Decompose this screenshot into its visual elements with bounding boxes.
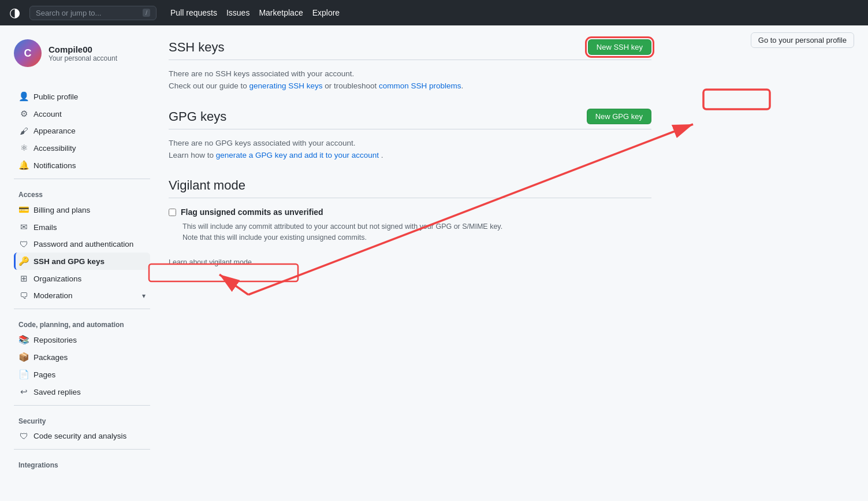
- credit-card-icon: 💳: [18, 205, 29, 215]
- gpg-section: GPG keys New GPG key There are no GPG ke…: [169, 109, 651, 159]
- sidebar-section-integrations: Integrations: [14, 454, 150, 472]
- vigilant-checkbox-row: Flag unsigned commits as unverified: [169, 207, 651, 217]
- sidebar-label-appearance: Appearance: [33, 127, 76, 135]
- sidebar-label-account: Account: [33, 110, 62, 118]
- vigilant-section-header: Vigilant mode: [169, 178, 651, 198]
- sidebar-nav: 👤 Public profile ⚙ Account 🖌 Appearance …: [14, 88, 150, 472]
- avatar: C: [14, 39, 42, 67]
- gpg-learn-suffix: .: [379, 151, 383, 159]
- moderation-icon: 🗨: [18, 291, 29, 300]
- sidebar-item-pages[interactable]: 📄 Pages: [14, 366, 150, 383]
- sidebar-label-saved-replies: Saved replies: [33, 388, 81, 396]
- ssh-section: SSH keys New SSH key There are no SSH ke…: [169, 39, 651, 90]
- navbar-pull-requests[interactable]: Pull requests: [170, 8, 217, 17]
- navbar: ◑ Search or jump to... / Pull requests I…: [0, 0, 868, 25]
- learn-vigilant-mode-link[interactable]: Learn about vigilant mode.: [169, 257, 651, 268]
- sidebar-label-accessibility: Accessibility: [33, 144, 76, 153]
- mail-icon: ✉: [18, 222, 29, 232]
- sidebar-label-password: Password and authentication: [33, 240, 133, 248]
- gpg-learn-text: Learn how to generate a GPG key and add …: [169, 151, 651, 159]
- navbar-issues[interactable]: Issues: [226, 8, 249, 17]
- org-icon: ⊞: [18, 273, 29, 284]
- sidebar-item-packages[interactable]: 📦 Packages: [14, 348, 150, 366]
- accessibility-icon: ⚛: [18, 143, 29, 153]
- sidebar-username: Compile00: [49, 44, 117, 54]
- reply-icon: ↩: [18, 387, 29, 397]
- sidebar-section-security: Security: [14, 410, 150, 428]
- top-right-area: Go to your personal profile: [751, 32, 854, 48]
- navbar-marketplace[interactable]: Marketplace: [259, 8, 303, 17]
- ssh-guide-text: Check out our guide to generating SSH ke…: [169, 81, 651, 90]
- sidebar-item-password[interactable]: 🛡 Password and authentication: [14, 236, 150, 253]
- sidebar-item-account[interactable]: ⚙ Account: [14, 105, 150, 123]
- go-to-profile-button[interactable]: Go to your personal profile: [751, 32, 854, 48]
- vigilant-section: Vigilant mode Flag unsigned commits as u…: [169, 178, 651, 268]
- ssh-guide-mid: or troubleshoot: [322, 81, 379, 90]
- new-gpg-key-button[interactable]: New GPG key: [587, 109, 651, 124]
- sidebar-item-repositories[interactable]: 📚 Repositories: [14, 331, 150, 348]
- ssh-section-title: SSH keys: [169, 40, 225, 55]
- vigilant-desc-line1: This will include any commit attributed …: [182, 221, 651, 232]
- search-bar[interactable]: Search or jump to... /: [29, 6, 157, 20]
- package-icon: 📦: [18, 352, 29, 362]
- sidebar-label-public-profile: Public profile: [33, 92, 78, 101]
- main-content: SSH keys New SSH key There are no SSH ke…: [150, 25, 670, 501]
- sidebar-item-saved-replies[interactable]: ↩ Saved replies: [14, 383, 150, 400]
- new-ssh-key-button[interactable]: New SSH key: [588, 39, 651, 55]
- bell-icon: 🔔: [18, 160, 29, 170]
- sidebar-section-code: Code, planning, and automation: [14, 314, 150, 331]
- sidebar-label-organizations: Organizations: [33, 274, 81, 283]
- sidebar-label-ssh-gpg: SSH and GPG keys: [33, 257, 105, 266]
- gpg-learn-link[interactable]: generate a GPG key and add it to your ac…: [216, 151, 379, 159]
- sidebar-item-ssh-gpg[interactable]: 🔑 SSH and GPG keys: [14, 253, 150, 270]
- ssh-guide-suffix: .: [461, 81, 464, 90]
- sidebar-item-code-security[interactable]: 🛡 Code security and analysis: [14, 428, 150, 444]
- sidebar-label-notifications: Notifications: [33, 161, 76, 170]
- ssh-guide-prefix: Check out our guide to: [169, 81, 249, 90]
- chevron-down-icon: ▾: [142, 292, 146, 300]
- ssh-section-header: SSH keys New SSH key: [169, 39, 651, 60]
- sidebar-item-organizations[interactable]: ⊞ Organizations: [14, 270, 150, 287]
- sidebar-item-accessibility[interactable]: ⚛ Accessibility: [14, 139, 150, 157]
- sidebar-section-access: Access: [14, 184, 150, 201]
- sidebar-divider-3: [14, 405, 150, 406]
- sidebar-item-notifications[interactable]: 🔔 Notifications: [14, 157, 150, 174]
- sidebar-divider-2: [14, 309, 150, 309]
- vigilant-section-title: Vigilant mode: [169, 178, 245, 193]
- sidebar-item-moderation[interactable]: 🗨 Moderation ▾: [14, 287, 150, 304]
- sidebar-item-billing[interactable]: 💳 Billing and plans: [14, 201, 150, 218]
- settings-sidebar: C Compile00 Your personal account 👤 Publ…: [0, 25, 150, 501]
- common-ssh-problems-link[interactable]: common SSH problems: [379, 81, 461, 90]
- paintbrush-icon: 🖌: [18, 126, 29, 136]
- sidebar-item-public-profile[interactable]: 👤 Public profile: [14, 88, 150, 105]
- sidebar-item-emails[interactable]: ✉ Emails: [14, 218, 150, 236]
- gpg-section-header: GPG keys New GPG key: [169, 109, 651, 129]
- code-security-icon: 🛡: [18, 431, 29, 441]
- github-logo-icon[interactable]: ◑: [9, 5, 20, 20]
- vigilant-desc-line2: Note that this will include your existin…: [182, 232, 651, 243]
- sidebar-label-moderation: Moderation: [33, 291, 73, 300]
- gpg-section-title: GPG keys: [169, 109, 226, 124]
- navbar-links: Pull requests Issues Marketplace Explore: [170, 8, 340, 17]
- sidebar-item-appearance[interactable]: 🖌 Appearance: [14, 123, 150, 139]
- sidebar-profile: C Compile00 Your personal account: [14, 39, 150, 76]
- sidebar-label-code-security: Code security and analysis: [33, 432, 126, 440]
- pages-icon: 📄: [18, 369, 29, 380]
- sidebar-label-repositories: Repositories: [33, 336, 77, 344]
- flag-unsigned-checkbox[interactable]: [169, 209, 176, 216]
- key-icon: 🔑: [18, 256, 29, 266]
- repo-icon: 📚: [18, 335, 29, 345]
- sidebar-divider-1: [14, 179, 150, 179]
- ssh-empty-text: There are no SSH keys associated with yo…: [169, 69, 651, 78]
- sidebar-label-packages: Packages: [33, 353, 68, 362]
- gpg-empty-text: There are no GPG keys associated with yo…: [169, 139, 651, 147]
- gear-icon: ⚙: [18, 109, 29, 119]
- shield-icon: 🛡: [18, 239, 29, 249]
- search-placeholder: Search or jump to...: [36, 9, 101, 17]
- flag-unsigned-label[interactable]: Flag unsigned commits as unverified: [181, 207, 323, 217]
- navbar-explore[interactable]: Explore: [312, 8, 340, 17]
- gpg-learn-prefix: Learn how to: [169, 151, 216, 159]
- sidebar-subtext: Your personal account: [49, 54, 117, 62]
- generating-ssh-keys-link[interactable]: generating SSH keys: [249, 81, 323, 90]
- search-shortcut: /: [143, 9, 150, 17]
